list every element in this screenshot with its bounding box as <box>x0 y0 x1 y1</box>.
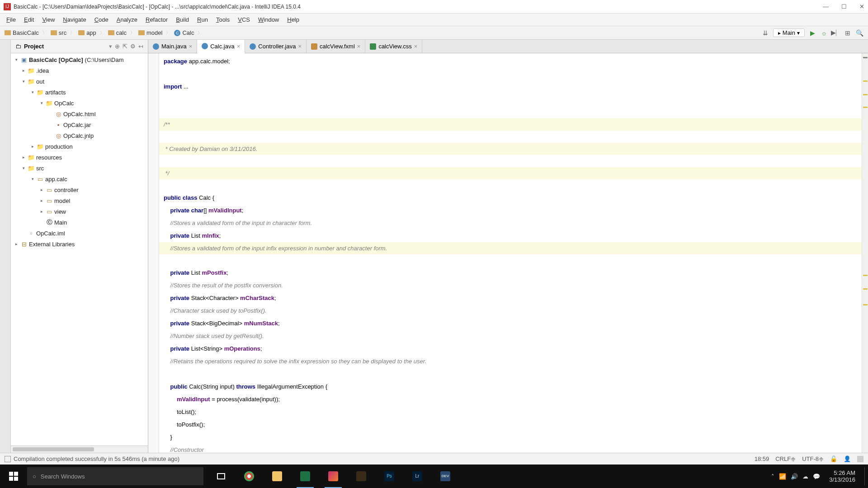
tree-item[interactable]: ◎OpCalc.html <box>11 108 148 119</box>
menu-item-view[interactable]: View <box>38 15 58 24</box>
breadcrumb-calc[interactable]: calc <box>105 28 129 37</box>
excel-icon[interactable] <box>291 465 319 488</box>
devcpp-icon[interactable]: DEV <box>431 465 459 488</box>
marker-strip[interactable] <box>862 53 868 453</box>
menu-item-tools[interactable]: Tools <box>212 15 233 24</box>
tree-item[interactable]: ▸▭controller <box>11 184 148 195</box>
tab-main-java[interactable]: Main.java× <box>148 40 197 53</box>
photoshop-icon[interactable]: Ps <box>375 465 403 488</box>
tree-item[interactable]: ▪OpCalc.jar <box>11 119 148 130</box>
run-icon[interactable]: ▶ <box>808 29 816 37</box>
breadcrumb-basiccalc[interactable]: BasicCalc <box>2 28 42 37</box>
menu-item-file[interactable]: File <box>3 15 19 24</box>
menu-item-help[interactable]: Help <box>283 15 303 24</box>
menu-item-run[interactable]: Run <box>193 15 212 24</box>
tray-expand-icon[interactable]: ˄ <box>771 473 774 480</box>
scroll-from-source-icon[interactable]: ⇊ <box>761 29 769 37</box>
close-icon[interactable]: × <box>237 43 241 50</box>
breadcrumb-model[interactable]: model <box>136 28 165 37</box>
tree-item[interactable]: ▾📁src <box>11 163 148 174</box>
breadcrumb-calc[interactable]: CCalc <box>171 28 197 37</box>
onedrive-icon[interactable]: ☁ <box>802 473 808 480</box>
run-config-selector[interactable]: ▸ Main ▾ <box>773 28 805 37</box>
locate-icon[interactable]: ⊕ <box>115 43 120 50</box>
terminal-icon[interactable] <box>347 465 375 488</box>
tree-item[interactable]: ▾📁OpCalc <box>11 98 148 108</box>
breadcrumb-app[interactable]: app <box>75 28 99 37</box>
file-icon <box>311 43 317 50</box>
menu-item-refactor[interactable]: Refactor <box>142 15 171 24</box>
close-icon[interactable]: × <box>298 43 302 50</box>
explorer-icon[interactable] <box>263 465 291 488</box>
collapse-icon[interactable]: ⇱ <box>123 43 127 50</box>
tab-calcview-fxml[interactable]: calcView.fxml× <box>307 40 365 53</box>
breadcrumb-separator: 〉 <box>70 30 75 36</box>
hide-icon[interactable]: ↤ <box>138 43 143 50</box>
menubar: FileEditViewNavigateCodeAnalyzeRefactorB… <box>0 14 868 26</box>
project-structure-icon[interactable]: ⊞ <box>844 29 852 37</box>
chrome-icon[interactable] <box>235 465 263 488</box>
menu-item-navigate[interactable]: Navigate <box>59 15 90 24</box>
tree-item[interactable]: ▸📁resources <box>11 152 148 163</box>
menu-item-vcs[interactable]: VCS <box>234 15 254 24</box>
show-desktop-button[interactable] <box>864 467 867 485</box>
menu-item-edit[interactable]: Edit <box>20 15 38 24</box>
menu-item-code[interactable]: Code <box>91 15 112 24</box>
app-icon: IJ <box>4 3 11 10</box>
project-panel: 🗀 Project ▾ ⊕ ⇱ ⚙ ↤ ▾▣BasicCalc [OpCalc]… <box>0 40 148 453</box>
coverage-icon[interactable]: ▶⎸ <box>832 29 840 37</box>
hector-icon[interactable]: 👤 <box>844 455 851 462</box>
breadcrumb-separator: 〉 <box>130 30 135 36</box>
notification-icon[interactable]: 💬 <box>813 473 820 480</box>
menu-item-window[interactable]: Window <box>255 15 283 24</box>
minimize-button[interactable]: — <box>823 3 829 10</box>
tab-calc-java[interactable]: Calc.java× <box>197 40 245 53</box>
task-view-icon[interactable] <box>207 465 235 488</box>
status-eol[interactable]: CRLF≑ <box>775 455 796 462</box>
dropdown-icon[interactable]: ▾ <box>109 43 112 50</box>
h-scrollbar[interactable] <box>11 446 148 453</box>
tree-item[interactable]: ▸⊟External Libraries <box>11 239 148 249</box>
tree-item[interactable]: ▾📁out <box>11 76 148 87</box>
tree-item[interactable]: ▾▭app.calc <box>11 174 148 184</box>
close-icon[interactable]: × <box>189 43 193 50</box>
panel-gutter[interactable] <box>0 40 11 453</box>
tree-item[interactable]: ◎OpCalc.jnlp <box>11 130 148 141</box>
debug-icon[interactable]: ☼ <box>820 29 828 37</box>
lightroom-icon[interactable]: Lr <box>403 465 431 488</box>
clock[interactable]: 5:26 AM 3/13/2016 <box>825 469 860 483</box>
tree-item[interactable]: ▸📁production <box>11 141 148 152</box>
close-button[interactable]: ✕ <box>859 3 864 10</box>
breadcrumb-src[interactable]: src <box>48 28 69 37</box>
tab-controller-java[interactable]: Controller.java× <box>245 40 307 53</box>
lock-icon[interactable]: 🔓 <box>830 455 837 462</box>
start-button[interactable] <box>0 465 27 488</box>
tab-calcview-css[interactable]: calcView.css× <box>365 40 422 53</box>
breadcrumb-separator: 〉 <box>42 30 47 36</box>
close-icon[interactable]: × <box>357 43 361 50</box>
gear-icon[interactable]: ⚙ <box>130 43 136 50</box>
tree-item[interactable]: ▾📁artifacts <box>11 87 148 98</box>
tree-item[interactable]: ▫OpCalc.iml <box>11 228 148 239</box>
wifi-icon[interactable]: 📶 <box>779 473 786 480</box>
window-title: BasicCalc - [C:\Users\Damian\IdeaProject… <box>14 4 823 10</box>
close-icon[interactable]: × <box>414 43 418 50</box>
search-everywhere-icon[interactable]: 🔍 <box>855 29 863 37</box>
menu-item-build[interactable]: Build <box>172 15 193 24</box>
tree-item[interactable]: ▸▭model <box>11 195 148 206</box>
tree-item[interactable]: ▾▣BasicCalc [OpCalc] (C:\Users\Dam <box>11 54 148 65</box>
maximize-button[interactable]: ☐ <box>841 3 847 10</box>
code-editor[interactable]: package app.calc.model; import ... /** *… <box>148 53 868 453</box>
volume-icon[interactable]: 🔊 <box>791 473 798 480</box>
editor-area: Main.java×Calc.java×Controller.java×calc… <box>148 40 868 453</box>
memory-indicator[interactable] <box>857 456 863 462</box>
tree-item[interactable]: ▸▭view <box>11 206 148 217</box>
titlebar: IJ BasicCalc - [C:\Users\Damian\IdeaProj… <box>0 0 868 14</box>
status-encoding[interactable]: UTF-8≑ <box>802 455 824 462</box>
search-input[interactable]: ○ Search Windows <box>27 467 203 485</box>
tree-item[interactable]: ⒸMain <box>11 217 148 228</box>
tree-item[interactable]: ▸📁.idea <box>11 65 148 76</box>
intellij-icon[interactable] <box>319 465 347 488</box>
menu-item-analyze[interactable]: Analyze <box>113 15 141 24</box>
status-position[interactable]: 18:59 <box>755 455 769 462</box>
